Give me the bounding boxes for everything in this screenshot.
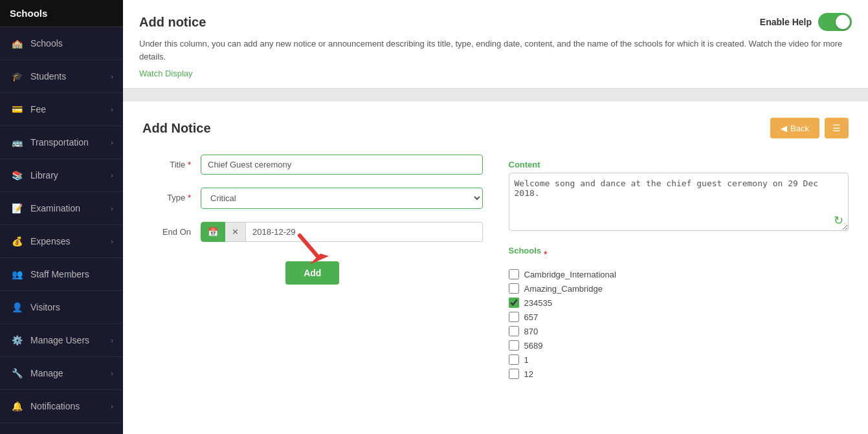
schools-required: * (544, 249, 547, 259)
list-button[interactable]: ☰ (825, 118, 849, 138)
add-btn-area: Add (142, 261, 483, 285)
title-input[interactable] (201, 155, 483, 175)
enable-help-toggle[interactable] (818, 13, 852, 31)
title-label: Title * (142, 155, 201, 169)
calendar-button[interactable]: 📅 (201, 222, 225, 242)
date-group: 📅 ✕ (201, 222, 483, 242)
expenses-icon: 💰 (10, 234, 24, 248)
sidebar-logo[interactable]: Schools (0, 0, 123, 27)
fee-label: Fee (30, 104, 46, 114)
type-select[interactable]: Critical Normal Important (201, 188, 483, 209)
date-clear-button[interactable]: ✕ (225, 222, 246, 242)
library-chevron: › (111, 171, 113, 179)
school-checkbox-1[interactable] (509, 354, 519, 365)
visitors-label: Visitors (30, 302, 60, 312)
content-wrapper: Welcome song and dance at the chief gues… (509, 173, 849, 233)
school-label-657: 657 (524, 312, 539, 322)
students-icon: 🎓 (10, 69, 24, 83)
back-label: Back (790, 124, 809, 133)
sidebar-item-reports[interactable]: 📊 Reports › (0, 423, 123, 434)
schools-group: Schools * Cambridge_International Amazin… (509, 246, 849, 381)
toggle-slider (818, 13, 852, 31)
manage-users-label: Manage Users (30, 335, 89, 345)
header-buttons: ◀ Back ☰ (770, 118, 849, 138)
svg-marker-1 (309, 254, 329, 265)
content-textarea[interactable]: Welcome song and dance at the chief gues… (509, 173, 849, 231)
sidebar-item-examination[interactable]: 📝 Examination › (0, 192, 123, 225)
date-input[interactable] (246, 222, 483, 242)
schools-label: Schools (30, 38, 63, 49)
notifications-icon: 🔔 (10, 399, 24, 413)
sidebar-item-fee[interactable]: 💳 Fee › (0, 93, 123, 126)
transportation-label: Transportation (30, 137, 89, 147)
sidebar-item-notifications[interactable]: 🔔 Notifications › (0, 390, 123, 423)
enable-help-section: Enable Help (760, 13, 852, 31)
school-checkbox-657[interactable] (509, 312, 519, 322)
sidebar-item-library[interactable]: 📚 Library › (0, 159, 123, 192)
info-text: Under this column, you can add any new n… (139, 38, 852, 63)
sidebar-item-schools[interactable]: 🏫 Schools (0, 27, 123, 60)
school-checkbox-870[interactable] (509, 326, 519, 336)
students-label: Students (30, 71, 66, 81)
school-item-234535: 234535 (509, 296, 849, 310)
schools-list: Cambridge_International Amazing_Cambridg… (509, 267, 849, 381)
info-box: Add notice Enable Help Under this column… (123, 0, 868, 89)
content-label: Content (509, 155, 849, 169)
sidebar-logo-text: Schools (10, 8, 47, 19)
form-title: Add Notice (142, 121, 211, 136)
school-label-cambridge_international: Cambridge_International (524, 270, 616, 279)
sidebar-item-students[interactable]: 🎓 Students › (0, 60, 123, 93)
school-checkbox-amazing_cambridge[interactable] (509, 283, 519, 294)
school-label-5689: 5689 (524, 341, 543, 351)
sidebar-item-manage-users[interactable]: ⚙️ Manage Users › (0, 324, 123, 357)
sidebar-item-expenses[interactable]: 💰 Expenses › (0, 225, 123, 258)
fee-icon: 💳 (10, 102, 24, 116)
notifications-label: Notifications (30, 401, 80, 411)
fee-chevron: › (111, 105, 113, 113)
sidebar-item-transportation[interactable]: 🚌 Transportation › (0, 126, 123, 159)
staff-icon: 👥 (10, 267, 24, 281)
school-item-1: 1 (509, 353, 849, 367)
manage-label: Manage (30, 368, 63, 378)
sidebar-item-manage[interactable]: 🔧 Manage › (0, 357, 123, 390)
form-section: Add Notice ◀ Back ☰ Title * (123, 102, 868, 434)
divider (123, 89, 868, 102)
manage-users-icon: ⚙️ (10, 333, 24, 347)
form-left: Title * Type * Critical Normal (142, 155, 483, 381)
transportation-icon: 🚌 (10, 135, 24, 149)
back-icon: ◀ (781, 124, 787, 133)
visitors-icon: 👤 (10, 300, 24, 314)
school-checkbox-12[interactable] (509, 369, 519, 379)
sidebar-item-staff[interactable]: 👥 Staff Members (0, 258, 123, 291)
schools-label: Schools (509, 246, 542, 255)
library-label: Library (30, 170, 58, 180)
expenses-chevron: › (111, 237, 113, 245)
svg-line-0 (300, 235, 319, 258)
notifications-chevron: › (111, 402, 113, 410)
transportation-chevron: › (111, 138, 113, 146)
refresh-icon[interactable]: ↻ (834, 213, 843, 228)
school-checkbox-5689[interactable] (509, 340, 519, 351)
title-required: * (188, 160, 191, 169)
school-checkbox-cambridge_international[interactable] (509, 269, 519, 279)
manage-icon: 🔧 (10, 366, 24, 380)
school-label-234535: 234535 (524, 298, 552, 308)
enable-help-label: Enable Help (760, 17, 812, 27)
school-label-870: 870 (524, 327, 539, 336)
page-title: Add notice (139, 15, 206, 30)
watch-display-link[interactable]: Watch Display (139, 69, 193, 78)
library-icon: 📚 (10, 168, 24, 182)
school-checkbox-234535[interactable] (509, 298, 519, 308)
students-chevron: › (111, 72, 113, 80)
form-right: Content Welcome song and dance at the ch… (509, 155, 849, 381)
type-select-wrapper: Critical Normal Important (201, 188, 483, 209)
back-button[interactable]: ◀ Back (770, 118, 819, 138)
school-item-cambridge_international: Cambridge_International (509, 267, 849, 281)
sidebar-item-visitors[interactable]: 👤 Visitors (0, 291, 123, 324)
school-item-870: 870 (509, 324, 849, 338)
arrow-hint (287, 229, 339, 270)
school-label-1: 1 (524, 355, 529, 365)
school-item-12: 12 (509, 367, 849, 381)
school-item-657: 657 (509, 310, 849, 324)
school-label-amazing_cambridge: Amazing_Cambridge (524, 284, 603, 294)
